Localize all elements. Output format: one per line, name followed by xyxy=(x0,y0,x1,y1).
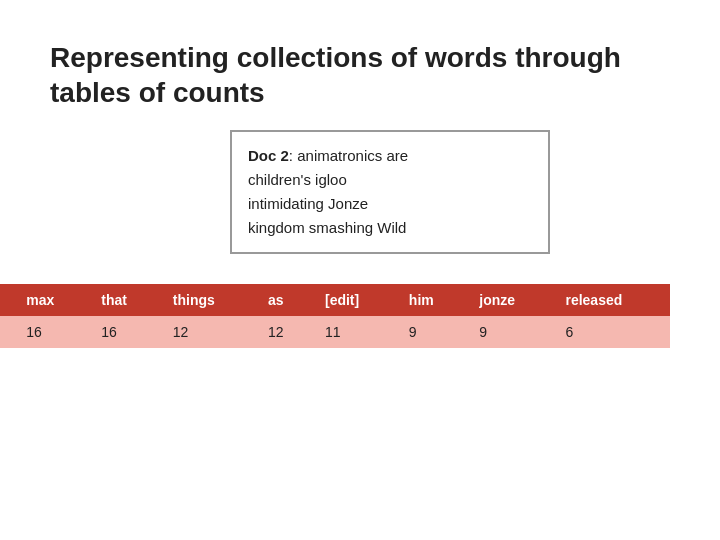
slide-title: Representing collections of words throug… xyxy=(50,40,670,110)
cell-released: 6 xyxy=(553,316,670,348)
col-wild: wild xyxy=(0,284,14,316)
cell-things: 12 xyxy=(161,316,256,348)
cell-wild: 18 xyxy=(0,316,14,348)
cell-edit: 11 xyxy=(313,316,397,348)
col-max: max xyxy=(14,284,89,316)
header-row: film wild max that things as [edit] him … xyxy=(0,284,670,316)
col-that: that xyxy=(89,284,161,316)
content-area: Doc 2: animatronics arechildren's iglooi… xyxy=(230,130,670,254)
col-edit: [edit] xyxy=(313,284,397,316)
table-row: 24 18 16 16 12 12 11 9 9 6 xyxy=(0,316,670,348)
cell-as: 12 xyxy=(256,316,313,348)
col-jonze: jonze xyxy=(467,284,553,316)
cell-jonze: 9 xyxy=(467,316,553,348)
cell-him: 9 xyxy=(397,316,467,348)
cell-max: 16 xyxy=(14,316,89,348)
table-header: film wild max that things as [edit] him … xyxy=(0,284,670,316)
slide: Representing collections of words throug… xyxy=(0,0,720,540)
table-body: 24 18 16 16 12 12 11 9 9 6 xyxy=(0,316,670,348)
cell-that: 16 xyxy=(89,316,161,348)
doc-label: Doc 2 xyxy=(248,147,289,164)
col-released: released xyxy=(553,284,670,316)
doc-box: Doc 2: animatronics arechildren's iglooi… xyxy=(230,130,550,254)
word-count-table: film wild max that things as [edit] him … xyxy=(0,284,670,348)
col-things: things xyxy=(161,284,256,316)
col-as: as xyxy=(256,284,313,316)
col-him: him xyxy=(397,284,467,316)
table-wrapper: film wild max that things as [edit] him … xyxy=(0,284,670,348)
